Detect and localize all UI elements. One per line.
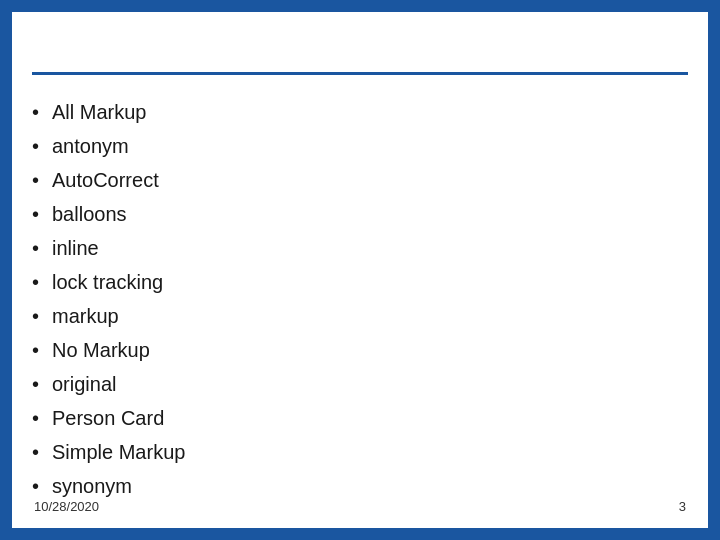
bullet-text: inline [52,232,99,264]
bullet-text: AutoCorrect [52,164,159,196]
list-item: •original [32,367,688,401]
bullet-dot: • [32,96,52,128]
list-item: •inline [32,231,688,265]
bullet-dot: • [32,130,52,162]
list-item: •balloons [32,197,688,231]
bullet-dot: • [32,266,52,298]
footer-page: 3 [679,499,686,514]
list-item: •antonym [32,129,688,163]
bullet-text: Simple Markup [52,436,185,468]
bullet-dot: • [32,470,52,502]
list-item: •Person Card [32,401,688,435]
list-item: •AutoCorrect [32,163,688,197]
bullet-list: •All Markup•antonym•AutoCorrect•balloons… [32,95,688,503]
bullet-dot: • [32,436,52,468]
list-item: •synonym [32,469,688,503]
footer-date: 10/28/2020 [34,499,99,514]
footer: 10/28/2020 3 [34,499,686,514]
bullet-dot: • [32,402,52,434]
slide: •All Markup•antonym•AutoCorrect•balloons… [0,0,720,540]
list-item: •markup [32,299,688,333]
divider-line [32,72,688,75]
bullet-dot: • [32,164,52,196]
bullet-text: synonym [52,470,132,502]
bullet-dot: • [32,198,52,230]
bullet-dot: • [32,334,52,366]
bullet-text: Person Card [52,402,164,434]
list-item: •No Markup [32,333,688,367]
list-item: •lock tracking [32,265,688,299]
bullet-text: original [52,368,116,400]
bullet-dot: • [32,368,52,400]
bullet-text: All Markup [52,96,146,128]
list-item: •Simple Markup [32,435,688,469]
bullet-text: lock tracking [52,266,163,298]
bullet-text: antonym [52,130,129,162]
bullet-text: markup [52,300,119,332]
list-item: •All Markup [32,95,688,129]
bullet-text: balloons [52,198,127,230]
content-area: •All Markup•antonym•AutoCorrect•balloons… [12,85,708,540]
bullet-text: No Markup [52,334,150,366]
bullet-dot: • [32,232,52,264]
bullet-dot: • [32,300,52,332]
